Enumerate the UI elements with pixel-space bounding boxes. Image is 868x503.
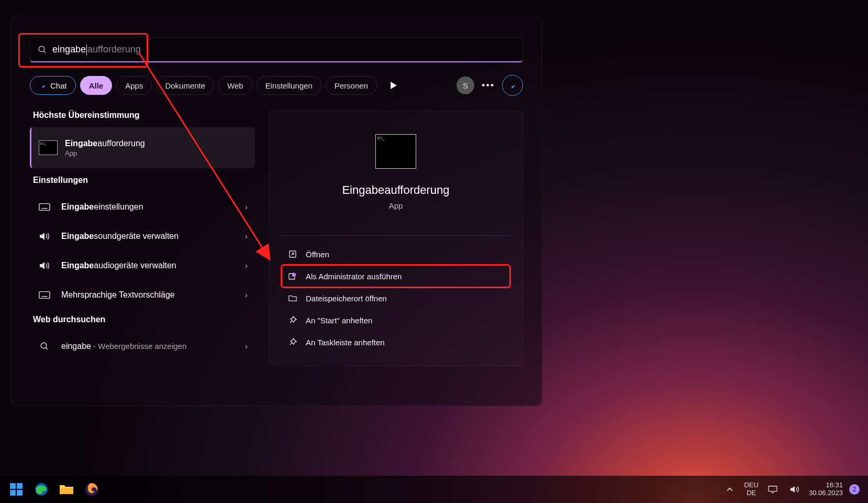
app-kind: App — [282, 201, 510, 210]
svg-point-14 — [41, 343, 47, 348]
bing-icon — [508, 81, 517, 90]
settings-item-label: Eingabeeinstellungen — [61, 202, 245, 212]
start-search-panel: eingabeaufforderung Chat Alle Apps Dokum… — [10, 16, 542, 406]
web-search-header: Web durchsuchen — [33, 315, 255, 324]
speaker-icon — [790, 485, 799, 494]
web-search-label: eingabe - Webergebnisse anzeigen — [61, 342, 245, 351]
divider — [282, 235, 510, 236]
svg-rect-21 — [10, 490, 16, 496]
action-label: An "Start" anheften — [306, 316, 372, 325]
chevron-up-icon — [726, 486, 733, 493]
app-name: Eingabeaufforderung — [282, 183, 510, 197]
action-admin-highlighted[interactable]: Als Administrator ausführen — [282, 265, 510, 287]
clock[interactable]: 16:31 30.06.2023 — [809, 482, 843, 497]
filter-row: Chat Alle Apps Dokumente Web Einstellung… — [30, 75, 523, 96]
action-folder[interactable]: Dateispeicherort öffnen — [282, 287, 510, 309]
svg-rect-26 — [769, 486, 777, 491]
best-match-subtitle: App — [65, 149, 248, 157]
pin-icon — [288, 316, 297, 324]
notification-badge[interactable]: 2 — [849, 484, 860, 495]
action-label: Als Administrator ausführen — [306, 272, 402, 281]
best-match-item[interactable]: C:\_ Eingabeaufforderung App — [30, 127, 255, 168]
more-menu[interactable]: ••• — [482, 80, 495, 91]
best-match-header: Höchste Übereinstimmung — [33, 111, 255, 120]
edge-icon — [35, 483, 48, 496]
open-icon — [288, 250, 297, 258]
svg-rect-24 — [60, 488, 73, 494]
start-button[interactable] — [8, 482, 24, 497]
chevron-right-icon: › — [245, 261, 248, 270]
action-pin[interactable]: An Taskleiste anheften — [282, 331, 510, 353]
action-label: An Taskleiste anheften — [306, 338, 385, 347]
search-text: eingabeaufforderung — [52, 44, 141, 55]
tray-chevron[interactable] — [722, 482, 738, 497]
details-pane: C:\_ Eingabeaufforderung App ÖffnenAls A… — [269, 111, 523, 366]
svg-rect-2 — [39, 204, 50, 211]
play-icon — [391, 82, 397, 89]
network-icon[interactable] — [765, 482, 781, 497]
firefox-icon — [85, 483, 98, 496]
app-icon-large: C:\_ — [375, 134, 416, 169]
filter-chat[interactable]: Chat — [30, 76, 76, 95]
cmd-icon: C:\_ — [39, 140, 58, 155]
keyboard-icon — [37, 291, 52, 299]
filter-personen[interactable]: Personen — [326, 76, 377, 95]
results-column: Höchste Übereinstimmung C:\_ Eingabeauff… — [30, 111, 255, 366]
filter-more-button[interactable] — [384, 76, 403, 95]
admin-icon — [288, 272, 297, 280]
filter-dokumente[interactable]: Dokumente — [156, 76, 214, 95]
settings-item-label: Eingabesoundgeräte verwalten — [61, 232, 245, 241]
folder-icon — [59, 483, 74, 496]
edge-button[interactable] — [34, 482, 49, 497]
svg-rect-22 — [17, 490, 23, 496]
chevron-right-icon: › — [245, 232, 248, 240]
folder-icon — [288, 294, 297, 302]
filter-einstellungen[interactable]: Einstellungen — [257, 76, 321, 95]
svg-rect-8 — [39, 292, 50, 299]
search-icon — [37, 342, 52, 351]
user-avatar[interactable]: S — [457, 76, 474, 94]
svg-rect-20 — [17, 483, 23, 489]
web-search-item[interactable]: eingabe - Webergebnisse anzeigen › — [30, 332, 255, 361]
settings-item-2[interactable]: Eingabeaudiogeräte verwalten› — [30, 251, 255, 280]
best-match-title: Eingabeaufforderung — [65, 139, 248, 148]
firefox-button[interactable] — [84, 482, 99, 497]
sound-icon — [37, 232, 52, 241]
svg-line-1 — [43, 51, 46, 53]
volume-icon[interactable] — [787, 482, 803, 497]
pin-icon — [288, 338, 297, 346]
filter-chat-label: Chat — [50, 81, 67, 90]
bing-chat-button[interactable] — [502, 75, 523, 96]
bing-icon — [39, 81, 47, 90]
language-indicator[interactable]: DEU DE — [744, 482, 758, 497]
action-open[interactable]: Öffnen — [282, 243, 510, 265]
filter-alle[interactable]: Alle — [80, 76, 113, 95]
settings-item-0[interactable]: Eingabeeinstellungen› — [30, 192, 255, 222]
svg-line-15 — [46, 347, 48, 349]
windows-icon — [9, 483, 23, 496]
settings-item-label: Mehrsprachige Textvorschläge — [61, 290, 245, 300]
settings-item-1[interactable]: Eingabesoundgeräte verwalten› — [30, 222, 255, 251]
svg-rect-19 — [10, 483, 16, 489]
chevron-right-icon: › — [245, 342, 248, 351]
settings-header: Einstellungen — [33, 176, 255, 185]
settings-item-label: Eingabeaudiogeräte verwalten — [61, 261, 245, 270]
action-label: Öffnen — [306, 250, 329, 259]
keyboard-icon — [37, 203, 52, 211]
filter-apps[interactable]: Apps — [116, 76, 152, 95]
taskbar: DEU DE 16:31 30.06.2023 2 — [0, 476, 868, 503]
monitor-icon — [768, 485, 777, 494]
chevron-right-icon: › — [245, 203, 248, 211]
settings-item-3[interactable]: Mehrsprachige Textvorschläge› — [30, 280, 255, 310]
search-input[interactable]: eingabeaufforderung — [30, 37, 523, 62]
action-label: Dateispeicherort öffnen — [306, 294, 387, 303]
filter-web[interactable]: Web — [218, 76, 252, 95]
chevron-right-icon: › — [245, 291, 248, 299]
svg-point-0 — [39, 46, 44, 52]
search-icon — [38, 45, 47, 54]
explorer-button[interactable] — [59, 482, 74, 497]
action-pin[interactable]: An "Start" anheften — [282, 309, 510, 331]
sound-icon — [37, 261, 52, 270]
